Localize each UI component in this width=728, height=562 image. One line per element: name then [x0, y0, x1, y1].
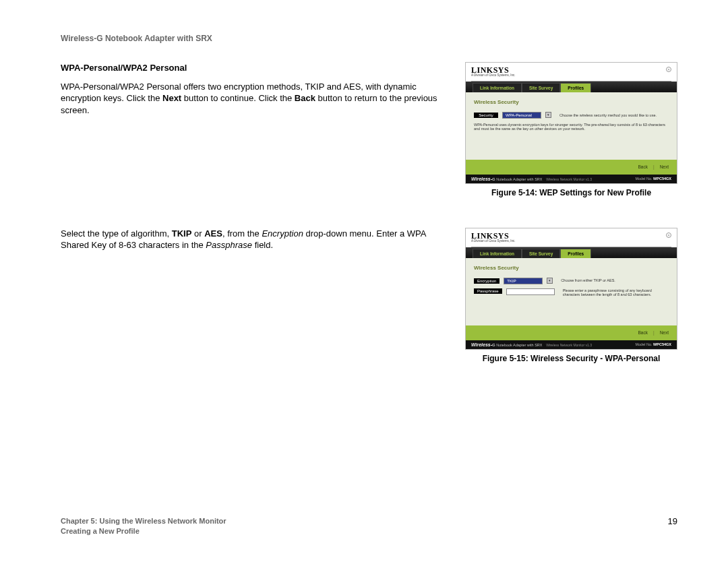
p2-a: Select the type of algorithm, — [61, 228, 172, 239]
p1-b: button to continue. Click the — [181, 93, 295, 103]
nav-sep: | — [653, 164, 655, 169]
passphrase-field-row: Passphrase Please enter a passphrase con… — [474, 288, 669, 297]
p2-tkip: TKIP — [172, 228, 192, 239]
logo-subtext: A Division of Cisco Systems, Inc. — [471, 74, 516, 77]
content-row-1: WPA-Personal/WPA2 Personal WPA-Personal/… — [61, 62, 677, 197]
dropdown-arrow-icon[interactable]: ▾ — [545, 112, 551, 118]
paragraph-1: WPA-Personal/WPA2 Personal offers two en… — [61, 81, 448, 117]
p2-or: or — [191, 228, 204, 239]
doc-header-title: Wireless-G Notebook Adapter with SRX — [61, 34, 677, 43]
nav-next-button-2[interactable]: Next — [660, 330, 669, 335]
tab-profiles-2[interactable]: Profiles — [560, 249, 591, 258]
panel2-footer-right: Model No. WPC54GX — [635, 342, 671, 346]
panel1-tabs: Link Information Site Survey Profiles — [466, 82, 677, 92]
page-number: 19 — [668, 516, 677, 536]
encryption-select[interactable]: TKIP — [504, 278, 543, 284]
ft2-mdl-lbl: Model No. — [635, 342, 652, 346]
panel1-note: WPA-Personal uses dynamic encryption key… — [474, 123, 669, 131]
figure-1-column: LINKSYS A Division of Cisco Systems, Inc… — [465, 62, 677, 197]
panel1-body: Wireless Security Security WPA-Personal▾… — [466, 92, 677, 160]
panel2-tabs: Link Information Site Survey Profiles — [466, 247, 677, 258]
security-field-row: Security WPA-Personal▾ Choose the wirele… — [474, 112, 669, 119]
passphrase-input[interactable] — [506, 288, 555, 295]
panel1-footer: Wireless-G Notebook Adapter with SRX Wir… — [466, 175, 677, 183]
text-column-2: Select the type of algorithm, TKIP or AE… — [61, 228, 448, 251]
panel1-top: LINKSYS A Division of Cisco Systems, Inc… — [466, 63, 677, 81]
nav-sep-2: | — [653, 330, 655, 335]
nav-back-button[interactable]: Back — [638, 164, 647, 169]
p2-pass: Passphrase — [206, 240, 252, 250]
tab-site-survey[interactable]: Site Survey — [522, 83, 560, 92]
ft2-mdl: WPC54GX — [653, 342, 671, 346]
section-heading: WPA-Personal/WPA2 Personal — [61, 62, 448, 74]
page-footer: Chapter 5: Using the Wireless Network Mo… — [61, 516, 677, 536]
dropdown-arrow-icon-2[interactable]: ▾ — [547, 278, 553, 284]
figure-2-caption: Figure 5-15: Wireless Security - WPA-Per… — [465, 354, 677, 363]
ft-mdl: WPC54GX — [653, 177, 671, 181]
logo-subtext-2: A Division of Cisco Systems, Inc. — [471, 240, 516, 243]
ft2-rest: Notebook Adapter with SRX — [495, 343, 543, 347]
panel1-nav-bar: Back | Next — [466, 160, 677, 175]
paragraph-2: Select the type of algorithm, TKIP or AE… — [61, 228, 448, 251]
close-icon[interactable]: × — [666, 67, 671, 72]
tab-site-survey-2[interactable]: Site Survey — [522, 249, 560, 258]
figure-2-column: LINKSYS A Division of Cisco Systems, Inc… — [465, 228, 677, 363]
encryption-field-row: Encryption TKIP▾ Choose from either TKIP… — [474, 278, 669, 284]
panel2-body: Wireless Security Encryption TKIP▾ Choos… — [466, 258, 677, 325]
panel2-top: LINKSYS A Division of Cisco Systems, Inc… — [466, 228, 677, 247]
ft2-ver: Wireless Network Monitor v1.3 — [546, 343, 592, 347]
p2-aes: AES — [204, 228, 222, 239]
footer-subsection: Creating a New Profile — [61, 526, 226, 536]
linksys-panel-2: LINKSYS A Division of Cisco Systems, Inc… — [465, 228, 677, 350]
tab-link-information[interactable]: Link Information — [473, 83, 522, 92]
security-select[interactable]: WPA-Personal — [502, 112, 541, 119]
passphrase-hint: Please enter a passphrase consisting of … — [563, 288, 669, 297]
ft2-wl: Wireless- — [471, 342, 492, 347]
p2-b: , from the — [222, 228, 262, 239]
text-column-1: WPA-Personal/WPA2 Personal WPA-Personal/… — [61, 62, 448, 116]
encryption-hint: Choose from either TKIP or AES. — [561, 278, 669, 283]
passphrase-label: Passphrase — [474, 288, 502, 294]
linksys-panel-1: LINKSYS A Division of Cisco Systems, Inc… — [465, 62, 677, 184]
panel1-footer-left: Wireless-G Notebook Adapter with SRX Wir… — [471, 177, 592, 181]
encryption-label: Encryption — [474, 278, 499, 284]
tab-link-information-2[interactable]: Link Information — [473, 249, 522, 258]
panel2-nav-bar: Back | Next — [466, 325, 677, 340]
panel2-footer-left: Wireless-G Notebook Adapter with SRX Wir… — [471, 342, 592, 347]
p1-next: Next — [162, 93, 181, 103]
security-hint: Choose the wireless security method you … — [559, 113, 669, 118]
security-label: Security — [474, 113, 498, 118]
panel2-body-title: Wireless Security — [474, 265, 669, 271]
tab-profiles[interactable]: Profiles — [560, 83, 591, 92]
content-row-2: Select the type of algorithm, TKIP or AE… — [61, 228, 677, 363]
ft-mdl-lbl: Model No. — [635, 177, 652, 181]
ft-ver: Wireless Network Monitor v1.3 — [546, 177, 592, 181]
p1-back: Back — [295, 93, 315, 103]
nav-back-button-2[interactable]: Back — [638, 330, 647, 335]
panel1-footer-right: Model No. WPC54GX — [635, 177, 671, 181]
ft-rest: Notebook Adapter with SRX — [495, 177, 543, 181]
p2-enc: Encryption — [262, 228, 303, 239]
ft-wl: Wireless- — [471, 177, 492, 181]
panel1-body-title: Wireless Security — [474, 99, 669, 105]
linksys-logo: LINKSYS A Division of Cisco Systems, Inc… — [471, 67, 516, 77]
panel2-footer: Wireless-G Notebook Adapter with SRX Wir… — [466, 340, 677, 349]
page-footer-left: Chapter 5: Using the Wireless Network Mo… — [61, 516, 226, 536]
figure-1-caption: Figure 5-14: WEP Settings for New Profil… — [465, 188, 677, 197]
p2-d: field. — [252, 240, 273, 250]
footer-chapter: Chapter 5: Using the Wireless Network Mo… — [61, 516, 226, 526]
close-icon-2[interactable]: × — [666, 232, 671, 238]
linksys-logo-2: LINKSYS A Division of Cisco Systems, Inc… — [471, 232, 516, 243]
nav-next-button[interactable]: Next — [660, 164, 669, 169]
